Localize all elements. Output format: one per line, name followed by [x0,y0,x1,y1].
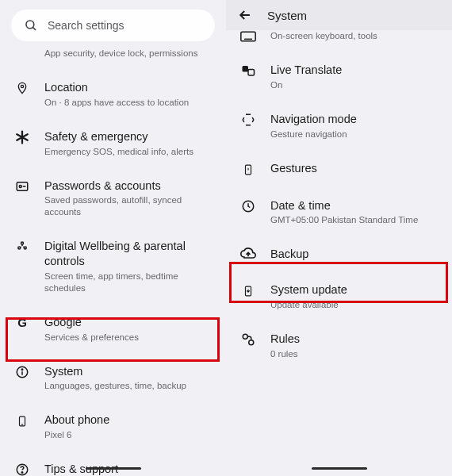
keyboard-icon [240,30,256,42]
wellbeing-icon [14,239,30,254]
navmode-icon [240,112,256,127]
svg-point-4 [19,185,21,187]
system-header-title: System [267,9,307,22]
settings-item-tips[interactable]: Tips & support Help articles, phone & ch… [0,451,226,476]
settings-item-security[interactable]: App security, device lock, permissions [0,48,226,70]
svg-rect-17 [243,66,249,72]
asterisk-icon [14,129,30,144]
translate-icon [240,63,256,78]
settings-item-google[interactable]: G Google Services & preferences [0,305,226,354]
settings-item-passwords[interactable]: Passwords & accounts Saved passwords, au… [0,168,226,229]
system-item-backup[interactable]: Backup [226,236,452,272]
system-item-keyboard[interactable]: On-screen keyboard, tools [226,30,452,52]
search-icon [24,18,38,33]
settings-main-panel: Search settings App security, device loc… [0,0,226,476]
rules-icon [240,332,256,347]
system-item-gestures[interactable]: Gestures [226,151,452,188]
search-placeholder: Search settings [48,19,124,32]
nav-handle[interactable] [86,467,141,470]
svg-point-10 [21,368,23,370]
settings-item-system[interactable]: System Languages, gestures, time, backup [0,354,226,403]
system-item-update[interactable]: System update Update available [226,272,452,321]
svg-point-14 [21,472,23,474]
shield-icon [14,48,30,48]
system-header: System [226,0,452,30]
svg-point-23 [249,340,254,345]
phone-icon [14,413,30,429]
svg-point-22 [243,334,247,339]
clock-icon [240,198,256,213]
system-item-datetime[interactable]: Date & time GMT+05:00 Pakistan Standard … [226,188,452,237]
info-icon [14,364,30,379]
google-icon: G [14,315,30,329]
nav-handle[interactable] [312,467,367,470]
settings-item-safety[interactable]: Safety & emergency Emergency SOS, medica… [0,119,226,168]
settings-item-location[interactable]: Location On · 8 apps have access to loca… [0,70,226,119]
system-item-navmode[interactable]: Navigation mode Gesture navigation [226,102,452,151]
backup-icon [240,247,256,260]
system-panel: System On-screen keyboard, tools Live Tr… [226,0,452,476]
location-icon [14,80,30,95]
system-item-rules[interactable]: Rules 0 rules [226,321,452,370]
system-item-translate[interactable]: Live Translate On [226,52,452,102]
update-icon [240,282,256,299]
gestures-icon [240,161,256,178]
svg-point-2 [21,85,23,87]
settings-item-about-phone[interactable]: About phone Pixel 6 [0,402,226,451]
back-icon[interactable] [237,7,253,23]
settings-item-wellbeing[interactable]: Digital Wellbeing & parental controls Sc… [0,228,226,305]
svg-point-0 [26,21,34,29]
key-icon [14,178,30,194]
svg-line-1 [33,27,36,30]
help-icon [14,462,30,476]
svg-rect-18 [248,70,255,76]
search-settings[interactable]: Search settings [11,10,215,41]
svg-point-5 [21,242,24,244]
